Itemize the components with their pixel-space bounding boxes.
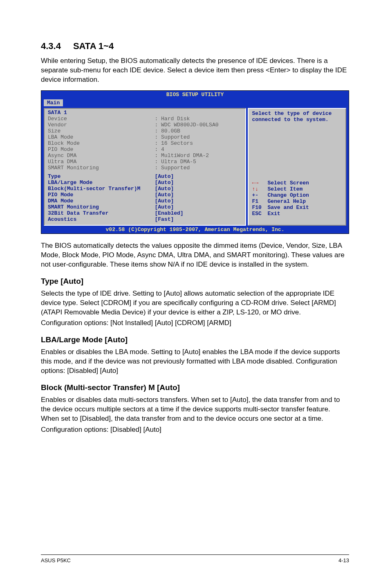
bios-option-row: Type[Auto] <box>48 173 242 180</box>
lba-heading: LBA/Large Mode [Auto] <box>41 335 349 344</box>
bios-key-desc: Select Screen <box>267 180 309 186</box>
bios-info-value: : 4 <box>155 146 164 153</box>
bios-key-row: ESCExit <box>252 211 342 217</box>
bios-info-label: Size <box>48 128 155 134</box>
bios-key-row: ↑↓Select Item <box>252 186 342 192</box>
bios-key-desc: Change Option <box>267 192 309 198</box>
bios-option-row: Block(Multi-sector Transfer)M[Auto] <box>48 186 242 192</box>
bios-info-label: Ultra DMA <box>48 159 155 165</box>
arrows-lr-icon: ←→ <box>252 180 267 186</box>
bios-option-value: [Auto] <box>155 204 174 210</box>
bios-info-value: : MultiWord DMA-2 <box>155 153 209 159</box>
bios-info-value: : WDC WD800JD-00LSA0 <box>155 122 218 128</box>
bios-info-row: Async DMA: MultiWord DMA-2 <box>48 153 242 159</box>
lba-body: Enables or disables the LBA mode. Settin… <box>41 348 349 376</box>
bios-info-row: Vendor: WDC WD800JD-00LSA0 <box>48 122 242 128</box>
bios-info-label: Block Mode <box>48 140 155 146</box>
bios-key: ESC <box>252 211 267 217</box>
bios-info-row: PIO Mode: 4 <box>48 146 242 153</box>
bios-key-row: F10Save and Exit <box>252 204 342 211</box>
bios-info-value: : Hard Disk <box>155 116 190 122</box>
page-footer: ASUS P5KC 4-13 <box>41 554 349 563</box>
bios-option-label: Type <box>48 173 155 180</box>
type-body: Selects the type of IDE drive. Setting t… <box>41 289 349 317</box>
footer-right: 4-13 <box>338 557 349 563</box>
bios-tab-main: Main <box>44 99 63 106</box>
bios-help-panel: Select the type of device connected to t… <box>248 108 346 226</box>
bios-help-text: Select the type of device connected to t… <box>252 110 342 123</box>
bios-option-label: SMART Monitoring <box>48 204 155 210</box>
bios-option-value: [Enabled] <box>155 210 183 216</box>
bios-info-value: : Supported <box>155 134 190 140</box>
bios-option-label: PIO Mode <box>48 192 155 198</box>
bios-option-value: [Auto] <box>155 173 174 180</box>
bios-info-value: : 80.0GB <box>155 128 180 134</box>
bios-copyright: v02.58 (C)Copyright 1985-2007, American … <box>41 226 349 233</box>
bios-key-desc: Exit <box>267 211 280 217</box>
bios-info-label: Vendor <box>48 122 155 128</box>
bios-option-row: Acoustics[Fast] <box>48 216 242 222</box>
bios-option-value: [Auto] <box>155 186 174 192</box>
type-config: Configuration options: [Not Installed] [… <box>41 319 349 328</box>
bios-option-row: PIO Mode[Auto] <box>48 192 242 198</box>
bios-option-label: Acoustics <box>48 216 155 222</box>
section-title: SATA 1~4 <box>73 41 114 51</box>
bios-option-label: DMA Mode <box>48 198 155 204</box>
bios-key-row: F1General Help <box>252 198 342 204</box>
bios-key: F10 <box>252 204 267 211</box>
bios-info-row: Device: Hard Disk <box>48 116 242 122</box>
bios-option-row: SMART Monitoring[Auto] <box>48 204 242 210</box>
bios-key-desc: General Help <box>267 198 306 204</box>
bios-screenshot: BIOS SETUP UTILITY Main SATA 1 Device: H… <box>41 90 349 234</box>
bios-option-value: [Auto] <box>155 192 174 198</box>
arrows-ud-icon: ↑↓ <box>252 186 267 192</box>
bios-tabs: Main <box>41 99 349 108</box>
bios-option-value: [Fast] <box>155 216 174 222</box>
bios-info-label: PIO Mode <box>48 146 155 153</box>
footer-left: ASUS P5KC <box>41 557 71 563</box>
bios-info-label: Device <box>48 116 155 122</box>
bios-key-desc: Select Item <box>267 186 303 192</box>
intro-paragraph: While entering Setup, the BIOS automatic… <box>41 56 349 85</box>
bios-key-row: +-Change Option <box>252 192 342 198</box>
bios-info-row: Ultra DMA: Ultra DMA-5 <box>48 159 242 165</box>
bios-key: +- <box>252 192 267 198</box>
bios-info-value: : 16 Sectors <box>155 140 193 146</box>
type-heading: Type [Auto] <box>41 277 349 286</box>
block-config: Configuration options: [Disabled] [Auto] <box>41 425 349 435</box>
bios-option-value: [Auto] <box>155 180 174 186</box>
bios-info-row: LBA Mode: Supported <box>48 134 242 140</box>
bios-key: F1 <box>252 198 267 204</box>
block-heading: Block (Multi-sector Transfer) M [Auto] <box>41 383 349 392</box>
bios-panel-title: SATA 1 <box>48 110 242 116</box>
bios-key-row: ←→Select Screen <box>252 180 342 186</box>
section-heading: 4.3.4SATA 1~4 <box>41 41 349 52</box>
bios-option-row: LBA/Large Mode[Auto] <box>48 180 242 186</box>
bios-left-panel: SATA 1 Device: Hard Disk Vendor: WDC WD8… <box>44 108 246 226</box>
bios-option-value: [Auto] <box>155 198 174 204</box>
bios-option-row: DMA Mode[Auto] <box>48 198 242 204</box>
bios-info-value: : Ultra DMA-5 <box>155 159 196 165</box>
bios-info-row: SMART Monitoring: Supported <box>48 165 242 171</box>
bios-option-label: LBA/Large Mode <box>48 180 155 186</box>
bios-info-label: SMART Monitoring <box>48 165 155 171</box>
bios-option-row: 32Bit Data Transfer[Enabled] <box>48 210 242 216</box>
after-bios-paragraph: The BIOS automatically detects the value… <box>41 241 349 269</box>
block-body: Enables or disables data multi-sectors t… <box>41 395 349 424</box>
bios-title: BIOS SETUP UTILITY <box>41 91 349 99</box>
bios-info-label: LBA Mode <box>48 134 155 140</box>
bios-info-row: Size: 80.0GB <box>48 128 242 134</box>
bios-info-row: Block Mode: 16 Sectors <box>48 140 242 146</box>
bios-info-value: : Supported <box>155 165 190 171</box>
bios-info-label: Async DMA <box>48 153 155 159</box>
bios-key-desc: Save and Exit <box>267 204 309 211</box>
bios-option-label: Block(Multi-sector Transfer)M <box>48 186 155 192</box>
bios-option-label: 32Bit Data Transfer <box>48 210 155 216</box>
section-number: 4.3.4 <box>41 41 61 52</box>
